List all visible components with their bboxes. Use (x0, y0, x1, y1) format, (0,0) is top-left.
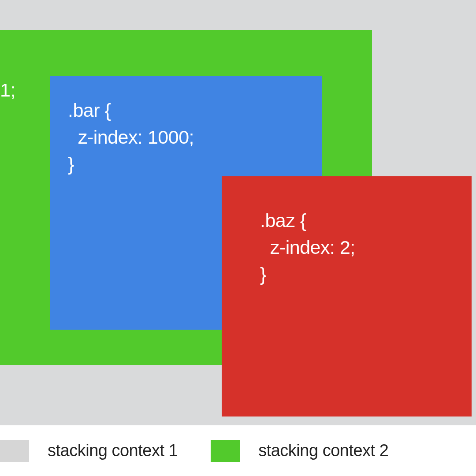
legend-item-2: stacking context 2 (211, 440, 388, 462)
legend-swatch-green (211, 440, 240, 462)
legend-label-1: stacking context 1 (48, 441, 178, 460)
bar-rule: z-index: 1000; (68, 126, 194, 148)
diagram-canvas: 1; .bar { z-index: 1000; } .baz { z-inde… (0, 0, 476, 425)
bar-close: } (68, 153, 74, 175)
legend-item-1: stacking context 1 (0, 440, 178, 462)
bar-selector: .bar { (68, 100, 111, 121)
legend: stacking context 1 stacking context 2 (0, 425, 476, 476)
baz-code-block: .baz { z-index: 2; } (260, 207, 355, 288)
bar-code-block: .bar { z-index: 1000; } (68, 97, 194, 178)
baz-selector: .baz { (260, 210, 306, 231)
legend-swatch-gray (0, 440, 29, 462)
baz-rule: z-index: 2; (260, 237, 355, 258)
baz-close: } (260, 264, 266, 285)
foo-code-fragment: 1; (0, 79, 15, 101)
legend-label-2: stacking context 2 (258, 441, 388, 460)
